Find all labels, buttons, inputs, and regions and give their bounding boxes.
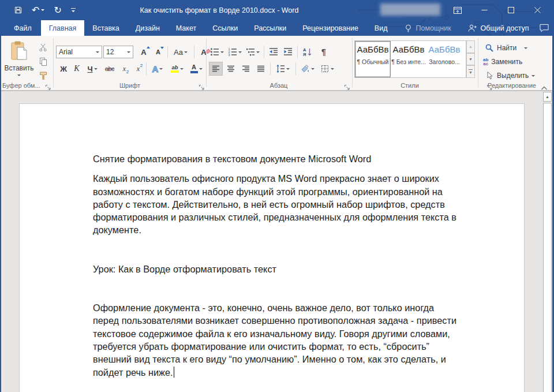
numbering-button[interactable]: 123	[227, 45, 243, 59]
group-divider	[53, 38, 54, 87]
styles-gallery-scroll: ▲ ▼ ▼	[466, 40, 475, 78]
numbering-dropdown-icon[interactable]	[238, 51, 242, 53]
tab-insert[interactable]: Вставка	[84, 20, 127, 36]
font-size-combobox[interactable]: 12	[103, 46, 133, 58]
font-name-combobox[interactable]: Arial	[56, 46, 102, 58]
decrease-indent-button[interactable]	[267, 45, 280, 59]
tab-review[interactable]: Рецензирование	[294, 20, 366, 36]
document-content[interactable]: Снятие форматирования в текстовом докуме…	[93, 152, 504, 379]
align-left-button[interactable]	[209, 62, 223, 76]
comment-icon	[539, 24, 549, 32]
format-painter-button[interactable]	[36, 69, 51, 83]
multilevel-list-button[interactable]	[245, 45, 261, 59]
style-no-spacing[interactable]: АаБбВв ¶ Без инте...	[391, 41, 426, 77]
font-color-dropdown-icon[interactable]	[199, 68, 203, 70]
clipboard-dialog-launcher[interactable]	[45, 83, 51, 89]
doc-paragraph-1[interactable]: Каждый пользователь офисного продукта MS…	[93, 172, 504, 236]
doc-lesson-line[interactable]: Урок: Как в Ворде отформатировать текст	[93, 263, 504, 275]
subscript-button[interactable]: x2	[118, 62, 131, 76]
minimize-button[interactable]	[471, 0, 497, 20]
feedback-button[interactable]	[537, 20, 552, 36]
scrollbar-up-button[interactable]: ▲	[543, 92, 552, 102]
copy-icon	[39, 57, 48, 66]
align-right-button[interactable]	[239, 62, 253, 76]
tab-design[interactable]: Дизайн	[128, 20, 168, 36]
dialog-launcher-icon	[344, 84, 350, 91]
align-left-icon	[211, 64, 220, 73]
text-effects-button[interactable]: A	[148, 62, 167, 76]
doc-heading[interactable]: Снятие форматирования в текстовом докуме…	[93, 152, 504, 165]
underline-dropdown-icon[interactable]	[94, 68, 98, 70]
bullets-dropdown-icon[interactable]	[220, 51, 224, 53]
shading-dropdown-icon[interactable]	[311, 68, 315, 70]
copy-button[interactable]	[36, 55, 51, 69]
change-case-button[interactable]: Aa	[171, 45, 190, 59]
dialog-launcher-icon	[199, 84, 205, 91]
bold-button[interactable]: Ж	[57, 62, 70, 76]
paste-button[interactable]: Вставить	[3, 40, 35, 81]
font-size-dropdown-icon[interactable]	[127, 51, 130, 53]
styles-scroll-down-button[interactable]: ▼	[466, 53, 475, 66]
titlebar[interactable]: ↶ ↻ Как очистить формат в Ворде 2010.doc…	[0, 0, 554, 20]
shrink-font-button[interactable]: A	[151, 45, 165, 59]
font-color-button[interactable]: А	[187, 62, 205, 76]
tab-view[interactable]: Вид	[366, 20, 396, 36]
grow-font-button[interactable]: A	[137, 45, 151, 59]
show-paragraph-marks-button[interactable]: ¶	[317, 45, 331, 59]
share-button[interactable]: Общий доступ	[459, 20, 537, 36]
maximize-button[interactable]	[497, 0, 524, 20]
find-button[interactable]: Найти	[485, 42, 527, 54]
scrollbar-thumb[interactable]	[543, 103, 552, 392]
font-dialog-launcher[interactable]	[199, 83, 205, 89]
bullets-button[interactable]	[209, 45, 225, 59]
line-spacing-button[interactable]	[274, 62, 292, 76]
style-preview: АаБбВв	[393, 45, 425, 54]
paste-dropdown-icon[interactable]	[17, 74, 21, 76]
sort-button[interactable]: АЯ	[300, 45, 315, 59]
select-button[interactable]: Выделить	[485, 69, 535, 82]
select-dropdown-icon[interactable]	[531, 75, 535, 77]
change-case-icon: Aa	[174, 48, 183, 56]
bullets-icon	[210, 47, 219, 57]
find-dropdown-icon[interactable]	[524, 47, 527, 49]
document-page[interactable]: Снятие форматирования в текстовом докуме…	[19, 103, 525, 392]
tab-home[interactable]: Главная	[41, 20, 85, 36]
styles-scroll-up-button[interactable]: ▲	[466, 40, 475, 53]
cut-button[interactable]	[36, 40, 51, 54]
tab-mailings[interactable]: Рассылки	[246, 20, 294, 36]
style-heading1[interactable]: АаБбВв Заголово...	[426, 41, 462, 77]
font-size-value: 12	[106, 48, 114, 56]
collapse-ribbon-button[interactable]	[541, 83, 547, 89]
ribbon-display-options-button[interactable]	[444, 0, 471, 20]
paragraph-dialog-launcher[interactable]	[344, 83, 350, 89]
highlight-dropdown-icon[interactable]	[180, 68, 184, 70]
italic-button[interactable]: К	[70, 62, 83, 76]
font-name-dropdown-icon[interactable]	[96, 51, 99, 53]
doc-paragraph-2[interactable]: Оформление документа - это, конечно, оче…	[93, 301, 504, 379]
borders-dropdown-icon[interactable]	[331, 68, 334, 70]
justify-button[interactable]	[254, 62, 268, 76]
bold-icon: Ж	[60, 65, 67, 73]
superscript-button[interactable]: x2	[132, 62, 145, 76]
multilevel-list-dropdown-icon[interactable]	[256, 51, 260, 53]
highlight-button[interactable]: ab	[168, 62, 186, 76]
underline-button[interactable]: Ч	[84, 62, 101, 76]
align-center-button[interactable]	[224, 62, 238, 76]
replace-button[interactable]: ab ac Заменить	[483, 55, 522, 68]
shading-button[interactable]	[298, 62, 317, 76]
style-normal[interactable]: АаБбВв ¶ Обычный	[355, 41, 391, 77]
minimize-icon	[481, 7, 488, 13]
tab-layout[interactable]: Макет	[168, 20, 204, 36]
styles-gallery-more-button[interactable]: ▼	[466, 65, 475, 78]
strikethrough-button[interactable]: abc	[102, 62, 117, 76]
editing-group-label: Редактирование	[478, 82, 546, 89]
tab-assistant[interactable]: Помощник	[396, 20, 459, 36]
doc-paragraph-2-text[interactable]: Оформление документа - это, конечно, оче…	[93, 303, 456, 377]
increase-indent-button[interactable]	[281, 45, 295, 59]
svg-text:3: 3	[229, 53, 230, 57]
close-button[interactable]	[524, 0, 551, 20]
tab-references[interactable]: Ссылки	[204, 20, 246, 36]
tab-file[interactable]: Файл	[5, 20, 41, 36]
borders-button[interactable]	[318, 62, 336, 76]
font-group-label: Шрифт	[58, 82, 202, 89]
